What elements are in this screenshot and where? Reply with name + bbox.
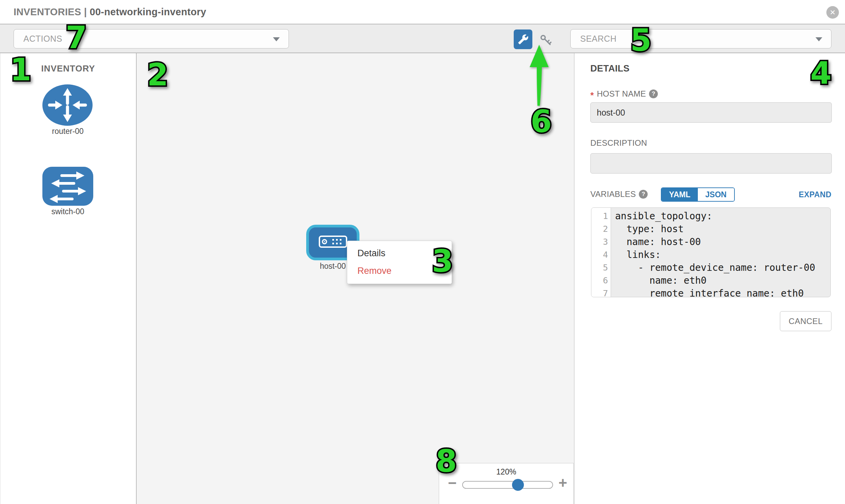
chevron-down-icon [815,37,822,41]
code-line: 7 remote_interface_name: eth0 [592,287,830,297]
expand-link[interactable]: EXPAND [798,190,831,199]
wrench-icon [518,34,529,45]
variables-label: VARIABLES [591,190,636,199]
description-input[interactable] [591,153,832,174]
variables-code-editor[interactable]: 1ansible_topology: 2 type: host 3 name: … [591,208,831,297]
palette-item-switch[interactable] [42,167,93,206]
switch-icon [42,167,93,206]
toggle-yaml[interactable]: YAML [662,188,698,201]
toggle-json[interactable]: JSON [698,188,734,201]
host-icon [319,236,347,248]
cancel-button[interactable]: CANCEL [780,311,831,331]
page-header: INVENTORIES | 00-networking-inventory ✕ [0,0,845,24]
search-dropdown[interactable]: SEARCH [570,29,831,49]
key-icon [539,33,553,48]
search-dropdown-label: SEARCH [580,30,616,48]
breadcrumb: INVENTORIES | 00-networking-inventory [14,0,206,24]
help-icon[interactable]: ? [649,89,658,98]
code-line: 4 links: [592,249,830,261]
required-asterisk: * [591,92,594,98]
zoom-control-panel: 120% − + [439,463,574,504]
inventory-topology-app: INVENTORIES | 00-networking-inventory ✕ … [0,0,845,504]
zoom-out-button[interactable]: − [448,475,457,490]
zoom-slider-track[interactable] [462,481,553,489]
palette-item-router[interactable] [42,84,92,126]
host-name-label-row: * HOST NAME ? [591,89,658,98]
palette-label-switch: switch-00 [34,207,102,216]
code-line: 6 name: eth0 [592,274,830,287]
host-name-input[interactable] [591,102,832,123]
actions-dropdown[interactable]: ACTIONS [14,29,289,49]
context-menu-remove[interactable]: Remove [347,262,452,280]
sidebar-title: INVENTORY [0,64,136,74]
variables-format-toggle: YAML JSON [661,187,735,202]
router-icon [42,84,92,126]
code-line: 2 type: host [592,223,830,236]
zoom-slider-thumb[interactable] [512,479,524,491]
zoom-level-label: 120% [439,467,574,476]
breadcrumb-item: 00-networking-inventory [90,6,207,17]
tools-button[interactable] [514,30,532,49]
variables-label-row: VARIABLES ? [591,190,648,199]
description-label-row: DESCRIPTION [591,138,647,148]
code-line: 5 - remote_device_name: router-00 [592,261,830,274]
host-name-label: HOST NAME [597,89,646,98]
details-panel-title: DETAILS [591,64,630,74]
topology-canvas[interactable]: host-00 Details Remove 120% − + [137,53,574,504]
details-panel: DETAILS * HOST NAME ? DESCRIPTION VARIAB… [574,53,845,504]
code-line: 1ansible_topology: [592,210,830,223]
chevron-down-icon [273,37,280,41]
help-icon[interactable]: ? [639,190,648,199]
code-line: 3 name: host-00 [592,236,830,249]
breadcrumb-section: INVENTORIES [14,6,81,17]
key-button[interactable] [539,33,553,48]
breadcrumb-separator: | [84,6,87,17]
actions-dropdown-label: ACTIONS [23,30,63,48]
code-lines: 1ansible_topology: 2 type: host 3 name: … [592,210,830,297]
description-label: DESCRIPTION [591,138,647,148]
toolbar: ACTIONS SEARCH [0,24,845,53]
inventory-sidebar: INVENTORY router-00 [0,53,137,504]
palette-label-router: router-00 [34,127,102,136]
context-menu-details[interactable]: Details [347,245,452,262]
close-icon[interactable]: ✕ [826,6,839,19]
zoom-in-button[interactable]: + [559,475,567,490]
node-context-menu: Details Remove [347,241,452,284]
